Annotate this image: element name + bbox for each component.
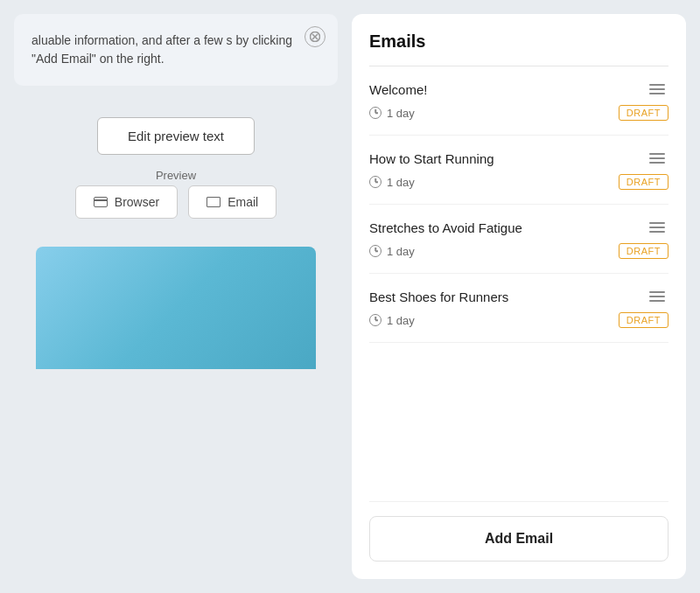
email-item-top: Stretches to Avoid Fatigue [369, 219, 668, 236]
emails-title: Emails [369, 31, 668, 66]
clock-icon [369, 107, 382, 119]
email-name: Welcome! [369, 82, 427, 97]
clock-icon [369, 176, 382, 188]
edit-preview-button[interactable]: Edit preview text [97, 117, 255, 155]
email-item-bottom: 1 day DRAFT [369, 174, 668, 190]
email-timing: 1 day [369, 107, 415, 120]
add-email-button[interactable]: Add Email [369, 516, 668, 562]
clock-icon [369, 314, 382, 326]
draft-badge: DRAFT [619, 312, 668, 328]
timing-text: 1 day [387, 314, 415, 327]
timing-text: 1 day [387, 245, 415, 258]
email-name: Stretches to Avoid Fatigue [369, 220, 522, 235]
email-item-bottom: 1 day DRAFT [369, 105, 668, 121]
email-item-bottom: 1 day DRAFT [369, 243, 668, 259]
timing-text: 1 day [387, 107, 415, 120]
draft-badge: DRAFT [619, 105, 668, 121]
email-item-top: Best Shoes for Runners [369, 288, 668, 305]
close-icon [310, 31, 320, 42]
clock-icon [369, 245, 382, 257]
right-panel: Emails Welcome! 1 day DRAFT How to Start… [352, 14, 686, 579]
email-item-bottom: 1 day DRAFT [369, 312, 668, 328]
browser-preview-button[interactable]: Browser [75, 185, 178, 219]
preview-section: Preview Browser Email [75, 169, 276, 219]
preview-label: Preview [75, 169, 276, 182]
browser-icon [94, 197, 108, 207]
timing-text: 1 day [387, 176, 415, 189]
close-button[interactable] [304, 26, 326, 47]
email-name: Best Shoes for Runners [369, 290, 508, 304]
preview-buttons: Browser Email [75, 185, 276, 219]
email-timing: 1 day [369, 245, 415, 258]
emails-list: Welcome! 1 day DRAFT How to Start Runnin… [369, 66, 668, 501]
email-timing: 1 day [369, 314, 415, 327]
email-menu-icon[interactable] [646, 80, 668, 98]
email-item: Stretches to Avoid Fatigue 1 day DRAFT [369, 205, 668, 274]
email-item-top: Welcome! [369, 80, 668, 98]
email-item: Best Shoes for Runners 1 day DRAFT [369, 274, 668, 343]
email-icon [206, 197, 220, 207]
email-item: Welcome! 1 day DRAFT [369, 66, 668, 136]
info-card-text: aluable information, and after a few s b… [32, 31, 320, 68]
email-preview-button[interactable]: Email [188, 185, 276, 219]
draft-badge: DRAFT [619, 243, 668, 259]
email-name: How to Start Running [369, 151, 494, 166]
email-item-top: How to Start Running [369, 150, 668, 167]
middle-section: Edit preview text Preview Browser Email [14, 100, 338, 387]
add-email-section: Add Email [369, 501, 668, 562]
email-menu-icon[interactable] [646, 150, 668, 167]
email-menu-icon[interactable] [646, 219, 668, 236]
email-timing: 1 day [369, 176, 415, 189]
email-image-preview [36, 247, 316, 369]
left-panel: aluable information, and after a few s b… [14, 14, 338, 579]
email-item: How to Start Running 1 day DRAFT [369, 136, 668, 205]
draft-badge: DRAFT [619, 174, 668, 190]
email-menu-icon[interactable] [646, 288, 668, 305]
info-card: aluable information, and after a few s b… [14, 14, 338, 86]
